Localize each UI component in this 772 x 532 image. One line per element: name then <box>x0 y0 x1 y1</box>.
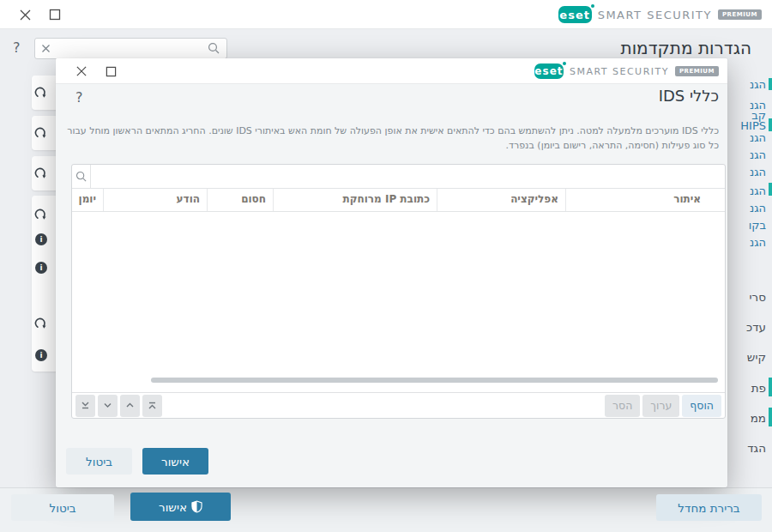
move-down-button[interactable] <box>98 395 118 417</box>
remove-button[interactable]: הסר <box>605 395 640 417</box>
main-search-input[interactable] <box>56 43 202 55</box>
close-icon[interactable] <box>19 9 32 21</box>
add-button[interactable]: הוסף <box>682 395 721 417</box>
dialog-maximize-icon[interactable] <box>106 66 118 79</box>
column-header-remote-ip[interactable]: כתובת IP מרוחקת <box>273 189 437 211</box>
edit-button[interactable]: ערוך <box>642 395 679 417</box>
revert-icon[interactable] <box>34 166 48 180</box>
dialog-description: כללי IDS מוערכים מלמעלה למטה. ניתן להשתמ… <box>66 124 719 153</box>
product-name: SMART SECURITY <box>598 9 712 21</box>
modified-marker <box>769 78 772 90</box>
horizontal-scrollbar[interactable] <box>151 378 718 383</box>
revert-icon[interactable] <box>34 317 48 330</box>
sidebar-category-4[interactable]: פת <box>751 381 766 395</box>
column-header-application[interactable]: אפליקציה <box>437 189 565 211</box>
help-icon[interactable]: ? <box>13 39 21 56</box>
revert-icon[interactable] <box>34 208 48 221</box>
premium-badge: PREMIUM <box>675 66 719 76</box>
dialog-title: כללי IDS <box>659 87 719 105</box>
main-titlebar: eset SMART SECURITY PREMIUM <box>0 0 772 29</box>
clear-search-icon[interactable] <box>41 44 51 53</box>
column-header-log[interactable]: יומן <box>72 189 103 211</box>
modified-marker <box>769 118 772 131</box>
product-name: SMART SECURITY <box>570 66 669 77</box>
table-search <box>72 165 725 189</box>
eset-brand-logo: eset SMART SECURITY PREMIUM <box>558 6 762 23</box>
main-ok-button[interactable]: אישור <box>130 493 231 521</box>
info-icon[interactable]: i <box>35 349 47 361</box>
sidebar-item-8[interactable]: הגנ <box>750 184 766 197</box>
sidebar-item-6[interactable]: הגנ <box>750 148 766 161</box>
modified-marker <box>769 378 772 396</box>
dialog-eset-logo: eset SMART SECURITY PREMIUM <box>534 63 719 79</box>
table-search-input[interactable] <box>91 165 725 188</box>
dialog-close-icon[interactable] <box>75 65 88 78</box>
sidebar-item-5[interactable]: הגנ <box>750 131 766 144</box>
search-icon <box>72 165 91 188</box>
sidebar-item-11[interactable]: הגנ <box>750 236 766 249</box>
dialog-cancel-button[interactable]: ביטול <box>66 448 132 475</box>
sidebar-item-9[interactable]: הגנ <box>750 202 766 215</box>
revert-icon[interactable] <box>34 126 48 140</box>
dialog-help-icon[interactable]: ? <box>75 89 83 106</box>
dialog-titlebar: eset SMART SECURITY PREMIUM <box>56 58 727 84</box>
sidebar-category-3[interactable]: קיש <box>747 350 766 364</box>
main-cancel-button[interactable]: ביטול <box>11 494 114 521</box>
sidebar-item-4[interactable]: HIPS <box>740 119 766 132</box>
sidebar-item-10[interactable]: בקו <box>749 219 766 232</box>
premium-badge: PREMIUM <box>718 9 762 20</box>
column-header-block[interactable]: חסום <box>207 189 273 211</box>
maximize-icon[interactable] <box>49 9 62 21</box>
move-up-button[interactable] <box>120 395 140 417</box>
default-button[interactable]: ברירת מחדל <box>656 494 762 521</box>
info-icon[interactable]: i <box>35 262 47 274</box>
search-icon[interactable] <box>208 42 220 55</box>
eset-logo-icon: eset <box>534 63 564 79</box>
page-title: הגדרות מתקדמות <box>621 38 751 58</box>
table-toolbar: הסר ערוך הוסף <box>72 392 725 418</box>
move-to-top-button[interactable] <box>142 395 162 417</box>
modified-marker <box>769 408 772 426</box>
eset-logo-icon: eset <box>558 6 592 23</box>
sidebar-category-1[interactable]: סרי <box>750 290 766 304</box>
table-header-row: יומן הודע חסום כתובת IP מרוחקת אפליקציה … <box>72 189 725 212</box>
modified-marker <box>769 183 772 196</box>
table-body-empty <box>72 212 725 392</box>
sidebar-item-1[interactable]: הגנ <box>750 78 766 91</box>
revert-icon[interactable] <box>34 86 48 100</box>
main-search[interactable] <box>34 38 227 59</box>
move-to-bottom-button[interactable] <box>75 395 95 417</box>
sidebar-category-5[interactable]: ממ <box>751 411 766 425</box>
dialog-ok-button[interactable]: אישור <box>142 448 208 475</box>
column-header-notify[interactable]: הודע <box>103 189 207 211</box>
uac-shield-icon <box>191 500 202 513</box>
ids-rules-dialog: eset SMART SECURITY PREMIUM ? כללי IDS כ… <box>56 58 727 487</box>
info-icon[interactable]: i <box>35 233 47 245</box>
sidebar-category-2[interactable]: עדכ <box>746 320 766 334</box>
rules-table: יומן הודע חסום כתובת IP מרוחקת אפליקציה … <box>71 164 726 419</box>
sidebar-category-6[interactable]: הגד <box>747 441 766 455</box>
column-header-detection[interactable]: איתור <box>565 189 725 211</box>
sidebar-item-7[interactable]: הגנ <box>750 166 766 178</box>
